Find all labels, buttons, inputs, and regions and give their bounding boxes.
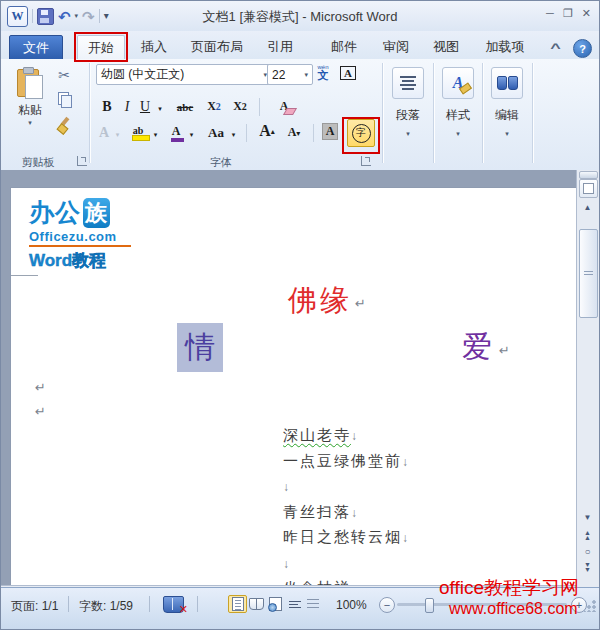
collapse-ribbon-icon[interactable]: ^ bbox=[550, 41, 561, 55]
poem-line: ↓ bbox=[283, 551, 408, 577]
spellcheck-icon[interactable]: ✕ bbox=[163, 596, 184, 613]
scroll-down-icon[interactable]: ▼ bbox=[579, 510, 596, 524]
chevron-down-icon[interactable]: ▾ bbox=[304, 71, 308, 79]
poem-line: ↓ bbox=[283, 474, 408, 500]
paste-button[interactable]: 粘贴 ▾ bbox=[9, 64, 51, 152]
vertical-scroll-thumb[interactable] bbox=[579, 229, 598, 318]
tab-file[interactable]: 文件 bbox=[9, 35, 63, 61]
underline-dropdown-icon[interactable]: ▾ bbox=[155, 98, 165, 119]
font-dialog-launcher[interactable] bbox=[361, 156, 371, 166]
change-case-button[interactable]: Aa bbox=[204, 122, 228, 143]
tab-review[interactable]: 审阅 bbox=[375, 35, 417, 59]
logo-text: 办公 bbox=[29, 196, 81, 229]
print-layout-icon bbox=[232, 597, 244, 611]
strikethrough-button[interactable]: abc bbox=[171, 96, 199, 117]
clear-formatting-button[interactable]: A bbox=[269, 96, 299, 117]
tab-insert[interactable]: 插入 bbox=[133, 35, 175, 59]
margin-mark bbox=[11, 275, 38, 276]
tab-page-layout[interactable]: 页面布局 bbox=[181, 35, 253, 59]
poem-body[interactable]: 深山老寺↓ 一点豆绿佛堂前↓ ↓ 青丝扫落↓ 昨日之愁转云烟↓ ↓ 坐念枯禅↓ … bbox=[283, 423, 408, 587]
highlight-color-button[interactable]: ab bbox=[127, 120, 149, 141]
italic-button[interactable]: I bbox=[119, 96, 135, 117]
print-layout-view-button[interactable] bbox=[228, 595, 247, 613]
font-name-combobox[interactable]: 幼圆 (中文正文) ▾ bbox=[96, 64, 272, 85]
right-character[interactable]: 爱 bbox=[462, 327, 492, 368]
group-separator bbox=[532, 63, 534, 163]
divider bbox=[246, 124, 247, 142]
text-effects-button[interactable]: A bbox=[95, 122, 113, 143]
page-indicator[interactable]: 页面: 1/1 bbox=[11, 598, 58, 615]
phonetic-guide-button[interactable]: wén 文 bbox=[312, 62, 334, 83]
watermark-site-name: office教程学习网 bbox=[439, 575, 579, 601]
subscript-button[interactable]: X2 bbox=[203, 96, 225, 117]
annotation-box-home-tab bbox=[74, 32, 128, 62]
restore-button[interactable]: ❐ bbox=[563, 7, 573, 20]
tab-view[interactable]: 视图 bbox=[425, 35, 467, 59]
clipboard-dialog-launcher[interactable] bbox=[77, 156, 87, 166]
next-page-button[interactable]: ▼▼ bbox=[579, 560, 596, 574]
editing-group-label: 编辑 bbox=[484, 107, 530, 124]
selected-character[interactable]: 情 bbox=[177, 323, 223, 372]
font-color-button[interactable]: A bbox=[167, 120, 185, 141]
divider bbox=[313, 124, 314, 142]
shrink-font-button[interactable]: A▾ bbox=[283, 122, 305, 143]
superscript-button[interactable]: X2 bbox=[229, 96, 251, 117]
bold-button[interactable]: B bbox=[97, 96, 117, 117]
title-bar: W ↶ ▾ ↷ ▾ 文档1 [兼容模式] - Microsoft Word ─ … bbox=[1, 1, 599, 32]
tab-mailings[interactable]: 邮件 bbox=[323, 35, 365, 59]
select-browse-object-button[interactable]: ○ bbox=[579, 545, 596, 558]
previous-page-button[interactable]: ▲▲ bbox=[579, 528, 596, 542]
close-button[interactable]: ✕ bbox=[582, 7, 591, 20]
font-size-combobox[interactable]: 22 ▾ bbox=[267, 64, 313, 85]
minimize-button[interactable]: ─ bbox=[546, 7, 554, 20]
highlight-dropdown-icon[interactable]: ▾ bbox=[151, 124, 160, 145]
underline-button[interactable]: U bbox=[137, 96, 153, 117]
poem-title[interactable]: 佛缘 bbox=[288, 281, 352, 321]
character-border-button[interactable]: A bbox=[337, 62, 359, 83]
outline-view-button[interactable] bbox=[286, 596, 303, 612]
zoom-out-button[interactable]: − bbox=[379, 597, 395, 613]
draft-view-button[interactable] bbox=[304, 596, 321, 612]
document-page[interactable]: 办公 族 Officezu.com Word教程 佛缘 ↵ 情 爱 ↵ ↵ ↵ … bbox=[10, 187, 578, 587]
poem-line: 昨日之愁转云烟↓ bbox=[283, 525, 408, 551]
zoom-slider-thumb[interactable] bbox=[425, 598, 434, 613]
word-count-indicator[interactable]: 字数: 1/59 bbox=[79, 598, 133, 615]
split-handle[interactable] bbox=[579, 171, 598, 179]
scroll-up-icon[interactable]: ▲ bbox=[579, 200, 596, 214]
tab-references[interactable]: 引用 bbox=[259, 35, 301, 59]
full-screen-reading-button[interactable] bbox=[248, 596, 265, 612]
character-shading-button[interactable]: A bbox=[319, 121, 341, 142]
styles-group-button[interactable]: A 样式 ▾ bbox=[435, 63, 481, 165]
grow-font-icon: A bbox=[259, 122, 271, 140]
font-color-dropdown-icon[interactable]: ▾ bbox=[187, 124, 196, 145]
chevron-down-icon: ▾ bbox=[435, 130, 481, 138]
cut-button[interactable]: ✂ bbox=[53, 65, 75, 85]
word-window: W ↶ ▾ ↷ ▾ 文档1 [兼容模式] - Microsoft Word ─ … bbox=[0, 0, 600, 630]
change-case-dropdown-icon[interactable]: ▾ bbox=[229, 124, 238, 145]
tab-add-ins[interactable]: 加载项 bbox=[477, 35, 533, 59]
text-effects-icon: A bbox=[99, 125, 109, 141]
paragraph-mark: ↵ bbox=[35, 380, 46, 395]
zoom-level[interactable]: 100% bbox=[336, 598, 367, 612]
ruler-toggle-button[interactable] bbox=[579, 179, 598, 198]
text-effects-dropdown-icon[interactable]: ▾ bbox=[113, 124, 122, 145]
subscript-icon: X bbox=[207, 99, 216, 114]
group-separator bbox=[382, 63, 384, 163]
resize-grip[interactable] bbox=[584, 600, 596, 612]
paragraph-group-button[interactable]: 段落 ▾ bbox=[385, 63, 431, 165]
font-size-value: 22 bbox=[272, 68, 285, 82]
binoculars-icon bbox=[491, 67, 523, 99]
paste-dropdown-icon[interactable]: ▾ bbox=[10, 119, 50, 127]
vertical-scrollbar[interactable]: ▲ ▼ ▲▲ ○ ▼▼ bbox=[576, 170, 599, 587]
paste-label: 粘贴 bbox=[10, 102, 50, 119]
format-painter-button[interactable] bbox=[53, 115, 75, 135]
paragraph-icon bbox=[392, 67, 424, 99]
editing-group-button[interactable]: 编辑 ▾ bbox=[484, 63, 530, 165]
styles-icon: A bbox=[442, 67, 474, 99]
help-icon[interactable]: ? bbox=[573, 39, 592, 58]
grow-font-button[interactable]: A▴ bbox=[255, 120, 279, 141]
draft-view-icon bbox=[307, 599, 319, 610]
web-layout-view-button[interactable] bbox=[267, 596, 284, 612]
poem-line: 青丝扫落↓ bbox=[283, 500, 408, 526]
copy-button[interactable] bbox=[53, 89, 75, 109]
